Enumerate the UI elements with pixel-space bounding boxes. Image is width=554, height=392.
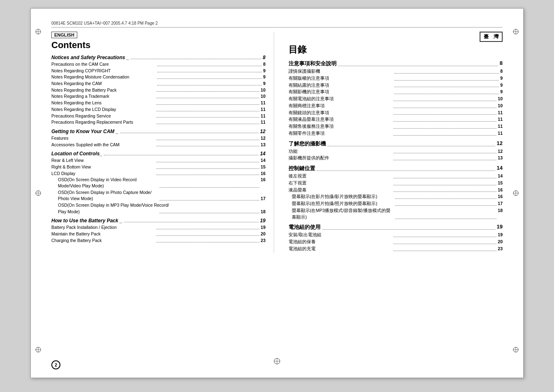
toc-entry: Photo View Mode) 17 bbox=[51, 196, 265, 202]
english-column: ENGLISH Contents Notices and Safety Prec… bbox=[51, 32, 274, 253]
toc-entry: Play Mode) 18 bbox=[51, 209, 265, 215]
reg-mark-mr bbox=[512, 190, 519, 196]
english-badge: ENGLISH bbox=[51, 32, 77, 38]
reg-mark-bl bbox=[35, 346, 42, 353]
toc-entry: OSD(On Screen Display in Video Record Mo… bbox=[51, 177, 265, 189]
toc-section-header: Notices and Safety Precautions _ 8 bbox=[51, 55, 265, 60]
reg-mark-tl bbox=[35, 28, 42, 35]
filename-text: 00814E SCM102 USA+TAI~007 2005.4.7 4:18 … bbox=[51, 21, 158, 25]
english-title: Contents bbox=[51, 40, 265, 51]
toc-section-header-cn: 控制鍵位置 14 bbox=[289, 165, 503, 172]
chinese-toc: 注意事項和安全說明 8 謹慎保護攝影機 8 有關版權的注意事項 9 有關結露的注… bbox=[289, 60, 503, 252]
page-number: 2 bbox=[51, 360, 60, 369]
chinese-title: 目錄 bbox=[289, 44, 503, 56]
reg-mark-ml bbox=[35, 190, 42, 196]
toc-section-header-cn: 了解您的攝影機 12 bbox=[289, 140, 503, 148]
toc-section-header-cn: 注意事項和安全說明 8 bbox=[289, 60, 503, 67]
reg-mark-br bbox=[512, 346, 519, 353]
page-number-text: 2 bbox=[55, 362, 57, 367]
toc-entry-cn: 有關零件注意事項 11 bbox=[289, 130, 503, 137]
taiwan-badge: 臺 灣 bbox=[480, 32, 503, 42]
document-page: 00814E SCM102 USA+TAI~007 2005.4.7 4:18 … bbox=[30, 8, 524, 378]
toc-section-header: Location of Controls_ 14 bbox=[51, 151, 265, 157]
filename-bar: 00814E SCM102 USA+TAI~007 2005.4.7 4:18 … bbox=[51, 21, 503, 28]
toc-section-header: How to Use the Battery Pack _ 19 bbox=[51, 218, 265, 224]
toc-entry-cn: 電池組的充電 23 bbox=[289, 246, 503, 252]
toc-entry: Precautions Regarding Replacement Parts … bbox=[51, 119, 265, 125]
toc-section-header: Getting to Know Your CAM _ 12 bbox=[51, 129, 265, 134]
chinese-column: 臺 灣 目錄 注意事項和安全說明 8 謹慎保護攝影機 8 有關版權的注意事項 9… bbox=[286, 32, 503, 253]
center-crosshair bbox=[273, 357, 281, 365]
toc-entry-cn: 攝影機所提供的配件 13 bbox=[289, 155, 503, 161]
toc-entry: Charging the Battery Pack 23 bbox=[51, 238, 265, 244]
reg-mark-tr bbox=[512, 28, 519, 35]
toc-entry-cn: 螢幕顯示(在MP3播放模式/節音錄製/播放模式的螢幕顯示) 18 bbox=[289, 208, 503, 221]
toc-entry: Accessories Supplied with the CAM 13 bbox=[51, 142, 265, 148]
toc-section-header-cn: 電池組的使用 19 bbox=[289, 224, 503, 231]
english-toc: Notices and Safety Precautions _ 8 Preca… bbox=[51, 55, 265, 244]
